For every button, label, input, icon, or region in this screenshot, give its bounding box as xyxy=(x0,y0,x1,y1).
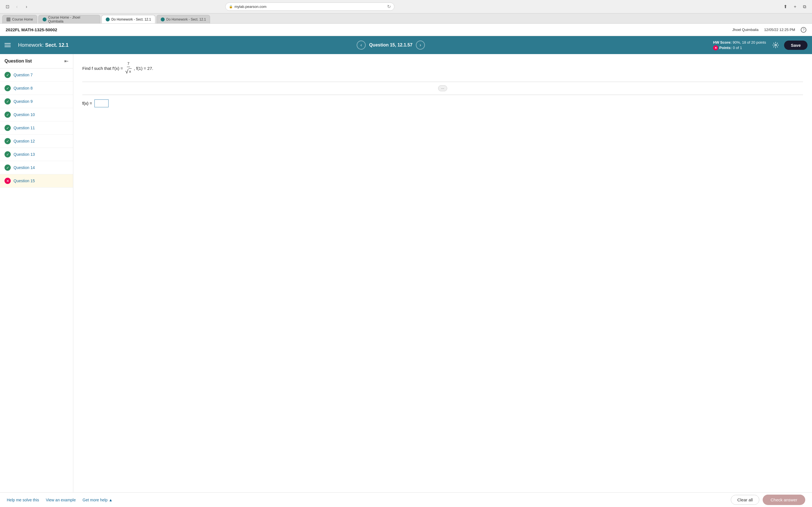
sidebar-item-q8[interactable]: ✓Question 8 xyxy=(0,82,73,95)
back-btn[interactable]: ‹ xyxy=(13,3,21,11)
tab-course-home-jhoel[interactable]: Course Home - Jhoel Quimbaila xyxy=(38,15,100,23)
answer-input[interactable] xyxy=(94,100,109,107)
help-me-solve-btn[interactable]: Help me solve this xyxy=(7,498,39,502)
tab-icon-hw2 xyxy=(161,17,165,21)
bottom-left: Help me solve this View an example Get m… xyxy=(7,498,112,502)
check-icon-q11: ✓ xyxy=(4,125,11,131)
tabs-btn[interactable]: ⧉ xyxy=(801,3,809,11)
check-icon-q14: ✓ xyxy=(4,165,11,171)
main-layout: Question list ⇤ ✓Question 7✓Question 8✓Q… xyxy=(0,54,812,492)
tab-label-course-home: Course Home xyxy=(12,17,33,21)
fraction-denominator: √x xyxy=(124,67,132,76)
sidebar-label-q14: Question 14 xyxy=(13,165,35,170)
sidebar-item-q7[interactable]: ✓Question 7 xyxy=(0,68,73,82)
check-icon-q8: ✓ xyxy=(4,85,11,91)
question-text-prefix: Find f such that f′(x) = xyxy=(82,65,123,72)
sqrt-expression: √x xyxy=(125,67,132,76)
forward-btn[interactable]: › xyxy=(22,3,31,11)
homework-label: Homework: xyxy=(18,42,44,48)
dots-expand-btn[interactable]: ··· xyxy=(438,86,448,91)
tab-icon-hw1 xyxy=(106,17,110,21)
hw-score-label: HW Score: xyxy=(713,40,732,45)
content-area: Find f such that f′(x) = 7 √x , f(1) = 2… xyxy=(73,54,812,492)
question-text-suffix: , f(1) = 27. xyxy=(134,65,153,72)
sidebar-toggle-btn[interactable]: ⊡ xyxy=(3,3,11,11)
sidebar-item-q13[interactable]: ✓Question 13 xyxy=(0,148,73,161)
prev-question-btn[interactable]: ‹ xyxy=(357,41,366,50)
sidebar-items-container: ✓Question 7✓Question 8✓Question 9✓Questi… xyxy=(0,68,73,187)
question-text: Find f such that f′(x) = 7 √x , f(1) = 2… xyxy=(82,61,803,76)
check-icon-q9: ✓ xyxy=(4,98,11,105)
sidebar-collapse-btn[interactable]: ⇤ xyxy=(64,58,68,64)
clear-all-btn[interactable]: Clear all xyxy=(731,495,759,505)
hw-score-line: HW Score: 90%, 18 of 20 points xyxy=(713,40,766,45)
settings-btn[interactable] xyxy=(770,40,781,50)
browser-chrome: ⊡ ‹ › 🔒 mylab.pearson.com ↻ ⬆ + ⧉ xyxy=(0,0,812,13)
hw-score-area: HW Score: 90%, 18 of 20 points ✕ Points:… xyxy=(713,40,766,51)
view-example-btn[interactable]: View an example xyxy=(46,498,75,502)
question-list-sidebar: Question list ⇤ ✓Question 7✓Question 8✓Q… xyxy=(0,54,73,492)
svg-point-0 xyxy=(775,44,776,46)
app-title: 2022FL MATH-1325-50002 xyxy=(6,27,57,32)
sidebar-label-q8: Question 8 xyxy=(13,86,33,91)
check-answer-btn[interactable]: Check answer xyxy=(763,495,805,505)
browser-actions: ⬆ + ⧉ xyxy=(781,3,809,11)
points-line: ✕ Points: 0 of 1 xyxy=(713,45,766,51)
question-label: Question 15, 12.1.57 xyxy=(369,43,412,48)
hw-score-value: 90%, 18 of 20 points xyxy=(732,40,766,45)
tab-do-homework-2[interactable]: Do Homework - Sect. 12.1 xyxy=(156,15,210,23)
sidebar-label-q7: Question 7 xyxy=(13,73,33,77)
fraction-numerator: 7 xyxy=(127,61,130,67)
sidebar-item-q9[interactable]: ✓Question 9 xyxy=(0,95,73,108)
menu-line-1 xyxy=(4,43,11,44)
hw-title: Homework: Sect. 12.1 xyxy=(18,42,68,48)
app-header-right: Jhoel Quimbaila 12/05/22 12:25 PM ? xyxy=(732,27,806,33)
sidebar-label-q15: Question 15 xyxy=(13,179,35,183)
tab-course-home[interactable]: Course Home xyxy=(2,15,37,23)
user-name: Jhoel Quimbaila xyxy=(732,27,758,32)
check-icon-q10: ✓ xyxy=(4,112,11,118)
tab-icon-jhoel xyxy=(43,17,47,21)
sidebar-label-q10: Question 10 xyxy=(13,112,35,117)
get-more-help-btn[interactable]: Get more help ▲ xyxy=(83,498,113,502)
address-bar[interactable]: 🔒 mylab.pearson.com ↻ xyxy=(225,3,395,11)
help-icon-btn[interactable]: ? xyxy=(801,27,806,33)
save-btn[interactable]: Save xyxy=(784,41,808,50)
browser-tabs: Course Home Course Home - Jhoel Quimbail… xyxy=(0,13,812,24)
sqrt-symbol: √ xyxy=(125,67,128,76)
browser-controls: ⊡ ‹ › xyxy=(3,3,31,11)
sidebar-label-q9: Question 9 xyxy=(13,99,33,104)
answer-label: f(x) = xyxy=(82,101,92,106)
divider-line-2 xyxy=(82,95,803,95)
sidebar-header: Question list ⇤ xyxy=(0,54,73,68)
app-header: 2022FL MATH-1325-50002 Jhoel Quimbaila 1… xyxy=(0,24,812,36)
gear-icon xyxy=(772,42,779,48)
share-btn[interactable]: ⬆ xyxy=(781,3,790,11)
reload-btn[interactable]: ↻ xyxy=(387,4,391,9)
tab-label-hw2: Do Homework - Sect. 12.1 xyxy=(166,17,206,21)
sidebar-item-q12[interactable]: ✓Question 12 xyxy=(0,135,73,148)
sidebar-item-q10[interactable]: ✓Question 10 xyxy=(0,108,73,121)
next-question-btn[interactable]: › xyxy=(416,41,425,50)
sidebar-item-q15[interactable]: ✕Question 15 xyxy=(0,174,73,187)
address-text: mylab.pearson.com xyxy=(235,4,266,9)
check-icon-q13: ✓ xyxy=(4,151,11,158)
points-x-icon: ✕ xyxy=(713,45,718,50)
points-value: 0 of 1 xyxy=(733,45,742,51)
hamburger-menu-btn[interactable] xyxy=(4,41,13,50)
sidebar-title: Question list xyxy=(4,59,32,64)
chevron-up-icon: ▲ xyxy=(109,498,112,502)
check-icon-q7: ✓ xyxy=(4,72,11,78)
tab-icon-course-home xyxy=(6,17,10,21)
sidebar-item-q14[interactable]: ✓Question 14 xyxy=(0,161,73,174)
date-time: 12/05/22 12:25 PM xyxy=(764,27,795,32)
tab-do-homework-active[interactable]: Do Homework - Sect. 12.1 xyxy=(101,15,155,23)
x-icon-q15: ✕ xyxy=(4,178,11,184)
check-icon-q12: ✓ xyxy=(4,138,11,144)
new-tab-btn[interactable]: + xyxy=(791,3,799,11)
bottom-bar: Help me solve this View an example Get m… xyxy=(0,492,812,507)
menu-line-3 xyxy=(4,47,11,47)
tab-label-jhoel: Course Home - Jhoel Quimbaila xyxy=(48,15,96,23)
get-more-help-label: Get more help xyxy=(83,498,108,502)
sidebar-item-q11[interactable]: ✓Question 11 xyxy=(0,121,73,135)
